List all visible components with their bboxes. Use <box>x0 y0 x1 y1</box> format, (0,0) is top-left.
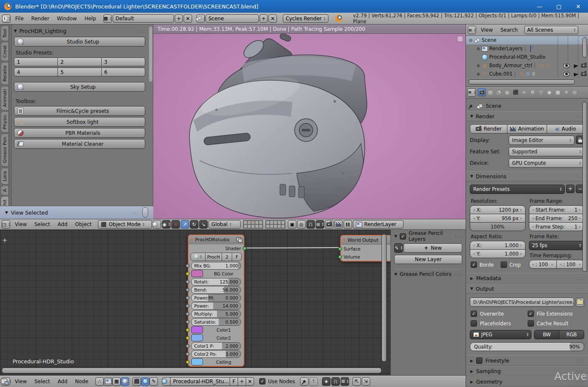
output-panel-header[interactable]: ▼Output:::: <box>466 283 588 294</box>
outliner-item-body-armour-ctrl[interactable]: ⊕YBody_Armour_ctrl|▽▽ <box>466 61 588 70</box>
surface-socket[interactable] <box>338 247 342 251</box>
menu-help[interactable]: Help <box>81 16 100 22</box>
shader-type-object-button[interactable]: ⬛ <box>133 377 141 386</box>
resolution-y-field[interactable]: ◂Y:956 px▸ <box>470 214 526 223</box>
layer-cell[interactable] <box>251 224 255 228</box>
end-frame-field[interactable]: ◂End Frame:250▸ <box>529 214 585 223</box>
menu-window[interactable]: Window <box>53 16 81 22</box>
shelf-tab-relatio[interactable]: Relatio <box>1 62 9 85</box>
value-socket[interactable] <box>186 312 190 316</box>
node-editor-vscrollbar[interactable] <box>382 234 387 362</box>
layer-cell[interactable] <box>259 224 263 228</box>
color-swatch[interactable] <box>191 334 203 341</box>
color-socket[interactable] <box>186 360 190 364</box>
pbr-materials-button[interactable]: PBR Materials <box>14 128 145 138</box>
pin-button[interactable] <box>300 377 309 386</box>
go-to-parent-button[interactable]: ↑ <box>309 377 318 386</box>
tree-type-texture-button[interactable]: ▦ <box>112 377 121 386</box>
menu-search[interactable]: Search <box>496 27 521 33</box>
gp-draw-mode-button[interactable]: ✎▴▾ <box>394 243 403 253</box>
expander-icon[interactable]: ⊕ <box>475 63 481 68</box>
material-cleaner-button[interactable]: Material Cleaner <box>14 139 145 149</box>
resolution-percentage-field[interactable]: 100% <box>470 222 526 231</box>
layout-add-button[interactable]: + <box>175 14 183 23</box>
layer-cell[interactable] <box>247 224 251 228</box>
close-button[interactable]: ✕ <box>569 0 588 13</box>
node-header[interactable]: ▼ ProcHDRstudio <box>189 235 244 244</box>
node-input-saturatio[interactable]: Saturatio:0.500 <box>189 318 244 326</box>
menu-view[interactable]: View <box>11 379 30 384</box>
render-panel-header[interactable]: ▼Render:::: <box>466 111 588 121</box>
layer-cell[interactable] <box>281 224 285 228</box>
menu-view[interactable]: View <box>477 27 496 33</box>
value-socket[interactable] <box>186 296 190 300</box>
opengl-render-button[interactable] <box>325 220 333 229</box>
editor-type-button[interactable]: i▴▾ <box>2 14 11 23</box>
transform-orientation-select[interactable]: Global▴▾ <box>209 220 241 229</box>
outliner-item-procedural-hdr-studio[interactable]: Procedural-HDR_Studio <box>466 53 588 61</box>
operator-panel-scrollbar[interactable] <box>142 207 148 218</box>
scene-delete-button[interactable]: ✕ <box>268 14 276 23</box>
feature-set-select[interactable]: Supported▴▾ <box>509 147 584 156</box>
outliner-item-scene[interactable]: ⊖Scene <box>466 36 588 44</box>
render-animation-button[interactable]: Animation <box>507 124 547 134</box>
node-input-bend[interactable]: Bend:56.000 <box>189 286 244 294</box>
node-editor[interactable]: + ▼ ProcHDRstudio Shader ▴▾ ProcH 2 F Mi… <box>0 230 466 375</box>
studio-preset-button-6[interactable]: 6 <box>101 68 145 76</box>
snap-mode-select[interactable]: ⊞▴▾ <box>341 377 349 386</box>
snap-magnet-button[interactable]: U <box>306 220 315 229</box>
freestyle-checkbox[interactable]: ✓ <box>476 357 482 364</box>
shelf-tab-grease-pen[interactable]: Grease Pen <box>1 134 9 166</box>
display-select[interactable]: Image Editor▴▾ <box>509 136 574 145</box>
layer-cell[interactable] <box>251 221 255 224</box>
menu-select[interactable]: Select <box>30 221 54 227</box>
properties-vscrollbar[interactable] <box>583 102 587 272</box>
layer-cell[interactable] <box>259 221 263 224</box>
layer-cell[interactable] <box>266 221 270 224</box>
preset-add-button[interactable]: + <box>566 185 574 193</box>
studio-preset-button-1[interactable]: 1 <box>14 57 58 66</box>
tree-type-compositing-button[interactable] <box>104 377 112 386</box>
world-datablock-icon-button[interactable]: ▴▾ <box>162 377 171 386</box>
layer-cell[interactable] <box>281 221 285 224</box>
gp-layers-checkbox[interactable]: ✓ <box>400 233 406 240</box>
menu-select[interactable]: Select <box>30 379 54 384</box>
pin-icon[interactable] <box>469 104 473 108</box>
node-input-power[interactable]: Power:14.000 <box>189 302 244 310</box>
layer-cell[interactable] <box>244 221 247 224</box>
datablock-fake-user-button[interactable]: F <box>232 253 242 261</box>
color-mode-bw-button[interactable]: BW <box>534 330 559 339</box>
tool-shelf-scrollbar[interactable] <box>149 27 152 82</box>
shelf-tab-creat[interactable]: Creat <box>1 42 9 61</box>
restrict-select-icon[interactable] <box>572 71 578 77</box>
node-input-color2[interactable]: Color2 <box>189 334 244 342</box>
node-editor-hscrollbar[interactable] <box>2 368 382 373</box>
properties-tab-material[interactable]: ◉ <box>545 88 553 96</box>
editor-type-button[interactable]: ◳▴▾ <box>2 220 10 229</box>
node-input-color1-p[interactable]: Color1 P:2.000 <box>189 342 244 350</box>
render-audio-button[interactable]: ◀)Audio <box>547 124 584 134</box>
menu-file[interactable]: File <box>11 16 27 22</box>
splash-logo-icon[interactable] <box>335 15 342 22</box>
panel-drag-dots[interactable]: :::: <box>138 29 145 33</box>
layer-cell[interactable] <box>266 224 270 228</box>
outliner-hscrollbar[interactable] <box>469 79 575 84</box>
outliner-filter-select[interactable]: All Scenes▴▾ <box>524 26 578 34</box>
paste-nodes-button[interactable]: ⇲ <box>362 377 370 386</box>
gp-colors-panel-header[interactable]: ▼ Grease Pencil Colors :::: <box>394 269 462 279</box>
layer-cell[interactable] <box>277 221 281 224</box>
layer-cell[interactable] <box>244 224 247 228</box>
expander-icon[interactable]: ⊕ <box>475 46 481 51</box>
viewer-border-button[interactable]: ◈ <box>322 377 331 386</box>
browse-folder-button[interactable] <box>576 298 584 307</box>
file-extensions-checkbox[interactable]: ✓ <box>528 311 534 317</box>
node-input-power-m[interactable]: Power/M:0.000 <box>189 294 244 302</box>
crop-checkbox[interactable]: ✓ <box>501 262 507 268</box>
studio-setup-button[interactable]: Studio Setup <box>14 37 145 46</box>
shader-socket[interactable] <box>243 246 247 250</box>
softbox-light-button[interactable]: Softbox light <box>14 117 145 127</box>
color-swatch[interactable] <box>191 326 203 333</box>
value-socket[interactable] <box>186 344 190 348</box>
editor-type-button[interactable]: ≡▴▾ <box>467 88 476 97</box>
node-input-rotati[interactable]: Rotati:125.000 <box>189 278 244 286</box>
